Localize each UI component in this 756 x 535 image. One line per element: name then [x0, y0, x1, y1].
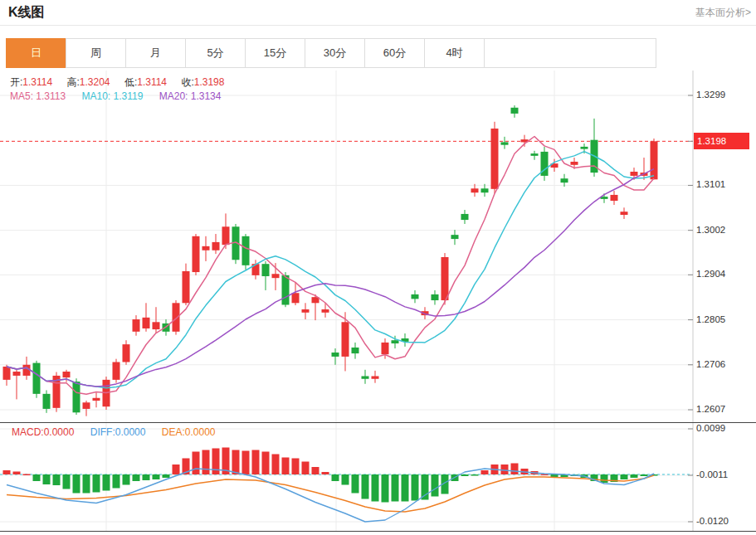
ohlc-legend: 开:1.3114 高:1.3204 低:1.3114 收:1.3198 [10, 75, 236, 90]
ma-legend: MA5: 1.3113 MA10: 1.3119 MA20: 1.3134 [10, 90, 234, 102]
macd-axis-label: -0.0120 [696, 516, 729, 526]
tab-15min[interactable]: 15分 [245, 38, 305, 68]
price-axis-label: 1.2706 [696, 359, 725, 369]
macd-axis-label: -0.0011 [696, 469, 728, 479]
tab-5min[interactable]: 5分 [185, 38, 246, 68]
kline-page: K线图 基本面分析> 日 周 月 5分 15分 30分 60分 4时 开:1.3… [0, 0, 756, 535]
macd-axis-label: 0.0099 [696, 423, 725, 433]
interval-tab-row: 日 周 月 5分 15分 30分 60分 4时 [6, 38, 656, 68]
price-axis-label: 1.2904 [696, 269, 725, 279]
macd-label: MACD: [12, 426, 44, 438]
ma5-label: MA5: [10, 90, 33, 102]
low-value: 1.3114 [137, 76, 167, 88]
ma10-value: 1.3119 [114, 90, 144, 102]
open-label: 开: [10, 76, 22, 88]
close-value: 1.3198 [194, 76, 225, 88]
current-price-badge: 1.3198 [694, 133, 749, 149]
ma5-value: 1.3113 [36, 90, 66, 102]
tab-day[interactable]: 日 [6, 38, 66, 68]
diff-value: 0.0000 [115, 426, 146, 438]
open-value: 1.3114 [22, 76, 52, 88]
ma10-label: MA10: [82, 90, 111, 102]
ma20-value: 1.3134 [191, 90, 222, 102]
price-axis-label: 1.2607 [696, 404, 725, 414]
header-divider [0, 25, 756, 26]
high-value: 1.3204 [80, 76, 110, 88]
price-axis-label: 1.2805 [696, 314, 725, 324]
tab-row-spacer [484, 38, 656, 68]
dea-label: DEA: [162, 426, 185, 438]
tab-month[interactable]: 月 [125, 38, 186, 68]
macd-value: 0.0000 [44, 426, 75, 438]
low-label: 低: [124, 76, 137, 88]
tab-4hour[interactable]: 4时 [424, 38, 485, 68]
close-label: 收: [181, 76, 193, 88]
ma20-label: MA20: [159, 90, 188, 102]
macd-legend: MACD:0.0000 DIFF:0.0000 DEA:0.0000 [12, 426, 228, 438]
price-axis-label: 1.3299 [696, 90, 725, 100]
diff-label: DIFF: [90, 426, 115, 438]
dea-value: 0.0000 [185, 426, 216, 438]
price-axis-label: 1.3101 [696, 179, 725, 189]
page-title: K线图 [8, 4, 45, 22]
tab-60min[interactable]: 60分 [364, 38, 425, 68]
high-label: 高: [67, 76, 80, 88]
price-axis-label: 1.3002 [696, 225, 725, 235]
tab-30min[interactable]: 30分 [305, 38, 365, 68]
fundamental-analysis-link[interactable]: 基本面分析> [695, 6, 751, 20]
tab-week[interactable]: 周 [66, 38, 126, 68]
